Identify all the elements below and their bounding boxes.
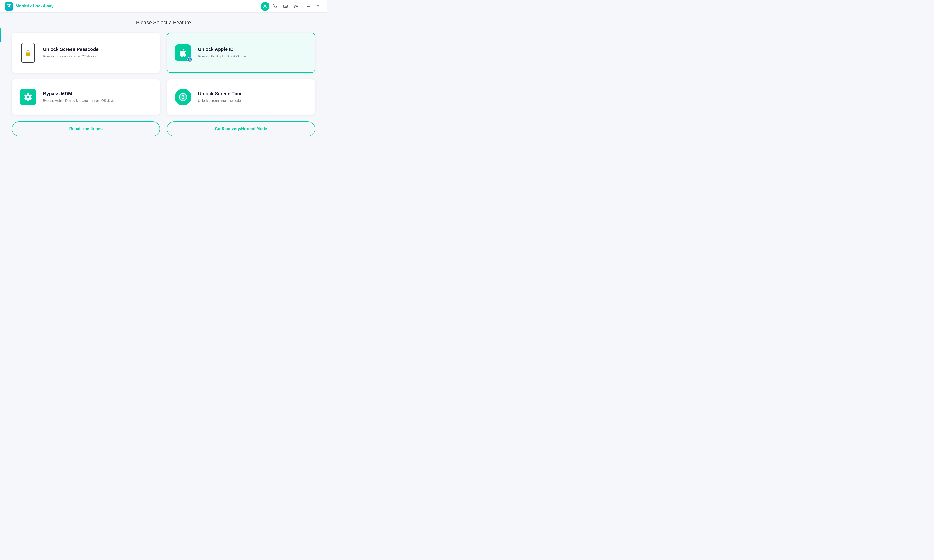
lock-icon: 🔒 bbox=[25, 49, 31, 56]
svg-point-8 bbox=[179, 93, 187, 101]
hourglass-icon-circle bbox=[175, 89, 191, 105]
svg-point-2 bbox=[264, 5, 266, 6]
unlock-apple-id-title: Unlock Apple ID bbox=[198, 47, 249, 52]
cart-button[interactable] bbox=[271, 2, 280, 11]
apple-lock-badge: 🔒 bbox=[187, 57, 193, 62]
bypass-mdm-title: Bypass MDM bbox=[43, 91, 116, 96]
unlock-screen-passcode-icon-wrap: 🔒 bbox=[20, 42, 36, 63]
app-title-text: Mobitrix LockAway bbox=[15, 4, 54, 9]
unlock-screen-time-desc: Unlock screen time passcode bbox=[198, 98, 243, 103]
feature-card-unlock-screen-time[interactable]: Unlock Screen Time Unlock screen time pa… bbox=[167, 79, 315, 115]
svg-rect-1 bbox=[8, 6, 10, 8]
bypass-mdm-icon-wrap bbox=[20, 89, 36, 105]
svg-point-3 bbox=[275, 7, 276, 8]
repair-itunes-button[interactable]: Repair the itunes bbox=[12, 122, 160, 136]
message-button[interactable] bbox=[281, 2, 290, 11]
svg-point-6 bbox=[295, 6, 296, 7]
unlock-screen-passcode-title: Unlock Screen Passcode bbox=[43, 47, 99, 52]
unlock-screen-time-text: Unlock Screen Time Unlock screen time pa… bbox=[198, 91, 243, 103]
unlock-screen-time-icon-wrap bbox=[175, 89, 191, 105]
title-bar: Mobitrix LockAway bbox=[0, 0, 327, 12]
unlock-screen-passcode-desc: Remove screen lock from iOS device bbox=[43, 54, 99, 59]
settings-button[interactable] bbox=[291, 2, 300, 11]
gear-icon bbox=[23, 92, 33, 102]
window-controls bbox=[305, 2, 322, 11]
apple-logo-icon bbox=[178, 48, 188, 58]
feature-card-unlock-screen-passcode[interactable]: 🔒 Unlock Screen Passcode Remove screen l… bbox=[12, 33, 160, 73]
svg-point-4 bbox=[276, 7, 277, 8]
left-accent-bar bbox=[0, 28, 2, 42]
unlock-apple-id-text: Unlock Apple ID Remove the Apple ID of i… bbox=[198, 47, 249, 59]
gear-icon-box bbox=[20, 89, 36, 105]
hourglass-icon bbox=[179, 92, 188, 102]
unlock-screen-time-title: Unlock Screen Time bbox=[198, 91, 243, 96]
profile-button[interactable] bbox=[260, 2, 270, 11]
unlock-screen-passcode-text: Unlock Screen Passcode Remove screen loc… bbox=[43, 47, 99, 59]
phone-outline: 🔒 bbox=[21, 43, 35, 63]
app-logo bbox=[5, 2, 13, 11]
main-content: Please Select a Feature 🔒 Unlock Screen … bbox=[0, 12, 327, 143]
phone-icon: 🔒 bbox=[20, 42, 36, 63]
bypass-mdm-desc: Bypass Mobile Device Management on iOS d… bbox=[43, 98, 116, 103]
bypass-mdm-text: Bypass MDM Bypass Mobile Device Manageme… bbox=[43, 91, 116, 103]
unlock-apple-id-desc: Remove the Apple ID of iOS device bbox=[198, 54, 249, 59]
page-title: Please Select a Feature bbox=[12, 20, 315, 26]
svg-rect-5 bbox=[284, 5, 287, 8]
apple-icon-box: 🔒 bbox=[175, 44, 191, 61]
feature-card-bypass-mdm[interactable]: Bypass MDM Bypass Mobile Device Manageme… bbox=[12, 79, 160, 115]
minimize-button[interactable] bbox=[305, 2, 313, 11]
bottom-buttons: Repair the itunes Go Recovery/Normal Mod… bbox=[12, 122, 315, 136]
close-button[interactable] bbox=[314, 2, 322, 11]
feature-card-unlock-apple-id[interactable]: 🔒 Unlock Apple ID Remove the Apple ID of… bbox=[167, 33, 315, 73]
feature-grid: 🔒 Unlock Screen Passcode Remove screen l… bbox=[12, 33, 315, 115]
unlock-apple-id-icon-wrap: 🔒 bbox=[175, 44, 191, 61]
title-bar-left: Mobitrix LockAway bbox=[5, 2, 54, 11]
recovery-mode-button[interactable]: Go Recovery/Normal Mode bbox=[167, 122, 315, 136]
title-bar-right bbox=[260, 2, 322, 11]
svg-rect-7 bbox=[307, 6, 310, 6]
